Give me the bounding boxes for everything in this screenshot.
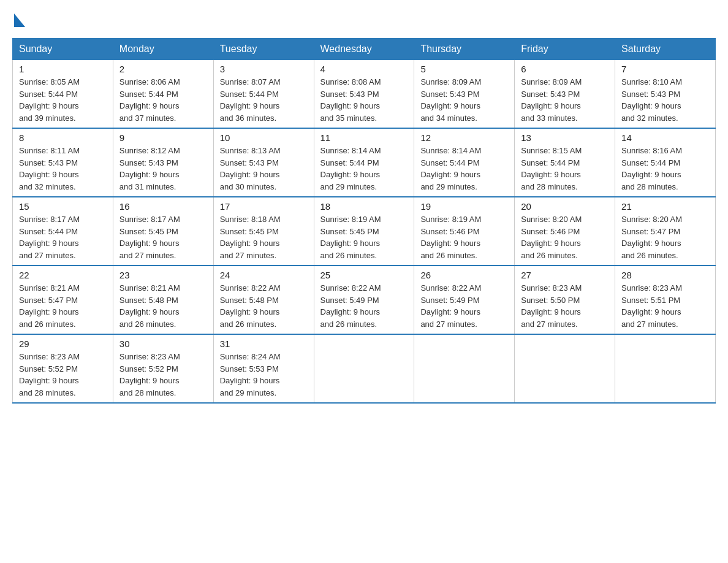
day-number: 27 [521,270,609,280]
day-number: 19 [420,201,508,212]
day-number: 8 [19,132,107,143]
day-info: Sunrise: 8:15 AM Sunset: 5:44 PM Dayligh… [521,145,609,193]
calendar-day-cell: 28 Sunrise: 8:23 AM Sunset: 5:51 PM Dayl… [615,266,716,334]
day-info: Sunrise: 8:22 AM Sunset: 5:48 PM Dayligh… [220,282,308,330]
calendar-day-cell: 1 Sunrise: 8:05 AM Sunset: 5:44 PM Dayli… [13,60,113,129]
logo [12,12,25,27]
day-number: 21 [621,201,709,212]
day-number: 1 [19,64,107,74]
day-number: 11 [320,132,408,143]
calendar-day-cell: 8 Sunrise: 8:11 AM Sunset: 5:43 PM Dayli… [13,128,113,197]
day-info: Sunrise: 8:09 AM Sunset: 5:43 PM Dayligh… [521,76,609,124]
day-number: 10 [220,132,308,143]
calendar-week-row: 1 Sunrise: 8:05 AM Sunset: 5:44 PM Dayli… [13,60,716,129]
day-number: 3 [220,64,308,74]
day-info: Sunrise: 8:11 AM Sunset: 5:43 PM Dayligh… [19,145,107,193]
day-info: Sunrise: 8:21 AM Sunset: 5:48 PM Dayligh… [119,282,207,330]
calendar-day-cell: 14 Sunrise: 8:16 AM Sunset: 5:44 PM Dayl… [615,128,716,197]
day-number: 6 [521,64,609,74]
day-info: Sunrise: 8:12 AM Sunset: 5:43 PM Dayligh… [119,145,207,193]
day-info: Sunrise: 8:17 AM Sunset: 5:45 PM Dayligh… [119,213,207,261]
calendar-day-cell: 23 Sunrise: 8:21 AM Sunset: 5:48 PM Dayl… [113,266,213,334]
day-info: Sunrise: 8:18 AM Sunset: 5:45 PM Dayligh… [220,213,308,261]
day-number: 13 [521,132,609,143]
day-info: Sunrise: 8:06 AM Sunset: 5:44 PM Dayligh… [119,76,207,124]
calendar-day-cell: 11 Sunrise: 8:14 AM Sunset: 5:44 PM Dayl… [314,128,414,197]
calendar-day-cell: 29 Sunrise: 8:23 AM Sunset: 5:52 PM Dayl… [13,334,113,403]
day-info: Sunrise: 8:22 AM Sunset: 5:49 PM Dayligh… [320,282,408,330]
day-info: Sunrise: 8:19 AM Sunset: 5:45 PM Dayligh… [320,213,408,261]
day-info: Sunrise: 8:23 AM Sunset: 5:51 PM Dayligh… [621,282,709,330]
calendar-day-cell: 20 Sunrise: 8:20 AM Sunset: 5:46 PM Dayl… [515,197,615,266]
day-number: 17 [220,201,308,212]
calendar-day-cell: 21 Sunrise: 8:20 AM Sunset: 5:47 PM Dayl… [615,197,716,266]
calendar-week-row: 22 Sunrise: 8:21 AM Sunset: 5:47 PM Dayl… [13,266,716,334]
calendar-day-cell: 27 Sunrise: 8:23 AM Sunset: 5:50 PM Dayl… [515,266,615,334]
day-number: 4 [320,64,408,74]
day-number: 25 [320,270,408,280]
day-info: Sunrise: 8:23 AM Sunset: 5:50 PM Dayligh… [521,282,609,330]
day-number: 15 [19,201,107,212]
day-info: Sunrise: 8:20 AM Sunset: 5:46 PM Dayligh… [521,213,609,261]
day-number: 16 [119,201,207,212]
day-header-wednesday: Wednesday [314,39,414,60]
calendar-day-cell: 10 Sunrise: 8:13 AM Sunset: 5:43 PM Dayl… [213,128,314,197]
day-info: Sunrise: 8:16 AM Sunset: 5:44 PM Dayligh… [621,145,709,193]
calendar-day-cell: 17 Sunrise: 8:18 AM Sunset: 5:45 PM Dayl… [213,197,314,266]
svg-marker-0 [14,13,25,27]
days-header-row: SundayMondayTuesdayWednesdayThursdayFrid… [13,39,716,60]
calendar-day-cell: 30 Sunrise: 8:23 AM Sunset: 5:52 PM Dayl… [113,334,213,403]
day-info: Sunrise: 8:08 AM Sunset: 5:43 PM Dayligh… [320,76,408,124]
calendar-day-cell: 13 Sunrise: 8:15 AM Sunset: 5:44 PM Dayl… [515,128,615,197]
day-header-saturday: Saturday [615,39,716,60]
day-info: Sunrise: 8:23 AM Sunset: 5:52 PM Dayligh… [119,351,207,399]
page-header [12,12,716,27]
day-number: 2 [119,64,207,74]
calendar-day-cell: 26 Sunrise: 8:22 AM Sunset: 5:49 PM Dayl… [414,266,515,334]
day-info: Sunrise: 8:14 AM Sunset: 5:44 PM Dayligh… [320,145,408,193]
day-number: 20 [521,201,609,212]
day-header-friday: Friday [515,39,615,60]
calendar-day-cell: 9 Sunrise: 8:12 AM Sunset: 5:43 PM Dayli… [113,128,213,197]
empty-cell [515,334,615,403]
day-number: 23 [119,270,207,280]
empty-cell [414,334,515,403]
day-info: Sunrise: 8:09 AM Sunset: 5:43 PM Dayligh… [420,76,508,124]
day-info: Sunrise: 8:22 AM Sunset: 5:49 PM Dayligh… [420,282,508,330]
day-number: 28 [621,270,709,280]
day-info: Sunrise: 8:23 AM Sunset: 5:52 PM Dayligh… [19,351,107,399]
day-info: Sunrise: 8:10 AM Sunset: 5:43 PM Dayligh… [621,76,709,124]
calendar-week-row: 29 Sunrise: 8:23 AM Sunset: 5:52 PM Dayl… [13,334,716,403]
day-number: 22 [19,270,107,280]
day-info: Sunrise: 8:19 AM Sunset: 5:46 PM Dayligh… [420,213,508,261]
day-header-monday: Monday [113,39,213,60]
calendar-day-cell: 22 Sunrise: 8:21 AM Sunset: 5:47 PM Dayl… [13,266,113,334]
calendar-day-cell: 3 Sunrise: 8:07 AM Sunset: 5:44 PM Dayli… [213,60,314,129]
day-number: 12 [420,132,508,143]
calendar-day-cell: 7 Sunrise: 8:10 AM Sunset: 5:43 PM Dayli… [615,60,716,129]
day-header-sunday: Sunday [13,39,113,60]
calendar-day-cell: 25 Sunrise: 8:22 AM Sunset: 5:49 PM Dayl… [314,266,414,334]
day-info: Sunrise: 8:05 AM Sunset: 5:44 PM Dayligh… [19,76,107,124]
calendar-day-cell: 24 Sunrise: 8:22 AM Sunset: 5:48 PM Dayl… [213,266,314,334]
day-info: Sunrise: 8:13 AM Sunset: 5:43 PM Dayligh… [220,145,308,193]
calendar-day-cell: 5 Sunrise: 8:09 AM Sunset: 5:43 PM Dayli… [414,60,515,129]
day-number: 14 [621,132,709,143]
calendar-day-cell: 19 Sunrise: 8:19 AM Sunset: 5:46 PM Dayl… [414,197,515,266]
day-info: Sunrise: 8:17 AM Sunset: 5:44 PM Dayligh… [19,213,107,261]
day-number: 7 [621,64,709,74]
day-number: 30 [119,339,207,349]
calendar-day-cell: 6 Sunrise: 8:09 AM Sunset: 5:43 PM Dayli… [515,60,615,129]
logo-triangle-icon [14,13,25,27]
day-header-thursday: Thursday [414,39,515,60]
calendar-week-row: 15 Sunrise: 8:17 AM Sunset: 5:44 PM Dayl… [13,197,716,266]
calendar-day-cell: 31 Sunrise: 8:24 AM Sunset: 5:53 PM Dayl… [213,334,314,403]
calendar-day-cell: 4 Sunrise: 8:08 AM Sunset: 5:43 PM Dayli… [314,60,414,129]
day-number: 18 [320,201,408,212]
calendar-table: SundayMondayTuesdayWednesdayThursdayFrid… [12,38,716,404]
day-number: 9 [119,132,207,143]
day-info: Sunrise: 8:21 AM Sunset: 5:47 PM Dayligh… [19,282,107,330]
day-info: Sunrise: 8:20 AM Sunset: 5:47 PM Dayligh… [621,213,709,261]
calendar-week-row: 8 Sunrise: 8:11 AM Sunset: 5:43 PM Dayli… [13,128,716,197]
day-number: 31 [220,339,308,349]
